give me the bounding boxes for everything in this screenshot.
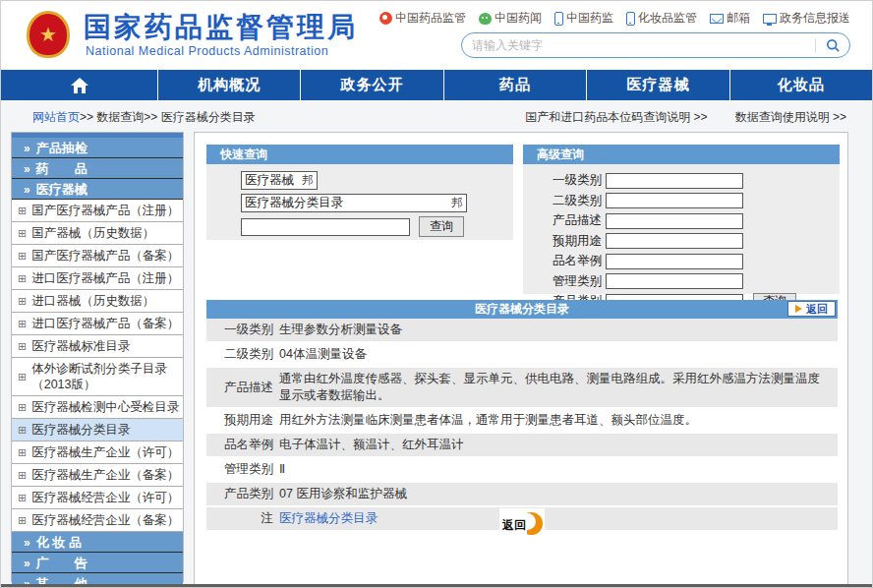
back-button-top-label: 返回 (806, 300, 828, 319)
sidebar-item-label: 进口医疗器械产品（备案） (31, 316, 179, 331)
field-input-产品描述[interactable] (606, 213, 743, 229)
sidebar-item-国产医疗器械产品（注册）[interactable]: ⊞国产医疗器械产品（注册） (12, 200, 183, 222)
quick-query-title: 快速查询 (206, 145, 513, 164)
sidebar-item-label: 国产医疗器械产品（备案） (31, 248, 179, 264)
detail-row-label: 产品描述 (206, 380, 277, 396)
page: ★ 国家药品监督管理局 National Medical Products Ad… (0, 0, 873, 588)
sidebar-section-广 告[interactable]: »广 告 (12, 553, 183, 573)
expand-plus-icon: ⊞ (18, 399, 27, 415)
quick-keyword-input[interactable] (241, 218, 410, 236)
field-input-一级类别[interactable] (606, 173, 743, 189)
site-header: ★ 国家药品监督管理局 National Medical Products Ad… (1, 1, 872, 70)
detail-row-value: 04体温测量设备 (277, 344, 838, 365)
header-link-化妆品监管[interactable]: 化妆品监管 (626, 10, 697, 27)
catalog-select-value: 医疗器械分类目录 (245, 195, 343, 211)
help-link[interactable]: 数据查询使用说明 >> (735, 109, 846, 126)
advanced-field-row: 产品描述 (523, 212, 840, 230)
advanced-query-title: 高级查询 (523, 145, 840, 164)
sidebar-item-进口医疗器械产品（注册）[interactable]: ⊞进口医疗器械产品（注册） (12, 267, 183, 290)
detail-row-label: 一级类别 (206, 322, 277, 338)
expand-plus-icon: ⊞ (18, 293, 27, 309)
sidebar-item-label: 体外诊断试剂分类子目录（2013版） (31, 361, 181, 392)
header-link-中国药监[interactable]: 中国药监 (554, 10, 613, 27)
sidebar-item-医疗器械生产企业（许可）[interactable]: ⊞医疗器械生产企业（许可） (12, 441, 183, 464)
sidebar-item-进口医疗器械产品（备案）[interactable]: ⊞进口医疗器械产品（备案） (12, 313, 183, 335)
header-link-label: 化妆品监管 (638, 10, 697, 27)
search-input[interactable] (462, 33, 815, 57)
header-link-中国药品监管[interactable]: 中国药品监管 (379, 10, 466, 27)
advanced-query-panel: 高级查询 一级类别二级类别产品描述预期用途品名举例管理类别产品类别查询 (523, 145, 840, 294)
detail-row: 一级类别生理参数分析测量设备 (206, 319, 838, 343)
expand-plus-icon: ⊞ (18, 338, 27, 354)
header-link-政务信息报送[interactable]: 政务信息报送 (763, 10, 850, 27)
detail-row: 品名举例电子体温计、额温计、红外耳温计 (206, 434, 838, 458)
field-input-管理类别[interactable] (606, 273, 743, 289)
catalog-select[interactable]: 医疗器械分类目录 邦 (241, 194, 467, 212)
nav-item-政务公开[interactable]: 政务公开 (301, 70, 443, 100)
sidebar-item-医疗器械经营企业（许可）[interactable]: ⊞医疗器械经营企业（许可） (12, 487, 183, 509)
advanced-field-row: 二级类别 (523, 192, 840, 209)
sidebar-item-医疗器械生产企业（备案）[interactable]: ⊞医疗器械生产企业（备案） (12, 464, 183, 487)
sidebar-section-label: 药 品 (36, 161, 87, 176)
sidebar-item-医疗器械标准目录[interactable]: ⊞医疗器械标准目录 (12, 335, 183, 358)
detail-row-label: 预期用途 (206, 412, 277, 429)
sidebar-section-医疗器械[interactable]: »医疗器械 (12, 179, 183, 200)
weibo-icon (379, 12, 392, 25)
sidebar-item-进口器械（历史数据）[interactable]: ⊞进口器械（历史数据） (12, 290, 183, 313)
field-input-品名举例[interactable] (606, 254, 743, 269)
header-link-邮箱[interactable]: 邮箱 (710, 10, 750, 27)
category-select[interactable]: 医疗器械 邦 (241, 171, 318, 190)
nav-home[interactable] (1, 70, 158, 100)
sidebar-section-产品抽检[interactable]: »产品抽检 (12, 138, 183, 158)
sidebar-item-label: 国产器械（历史数据） (31, 225, 154, 241)
detail-row-label: 品名举例 (206, 437, 277, 453)
sidebar-item-国产医疗器械产品（备案）[interactable]: ⊞国产医疗器械产品（备案） (12, 245, 183, 267)
field-input-预期用途[interactable] (606, 233, 743, 249)
detail-row-value: 用红外方法测量临床测量患者体温，通常用于测量患者耳道、额头部位温度。 (277, 410, 838, 431)
expand-plus-icon: ⊞ (18, 512, 27, 528)
sidebar-item-医疗器械检测中心受检目录[interactable]: ⊞医疗器械检测中心受检目录 (12, 396, 183, 419)
sidebar-item-医疗器械分类目录[interactable]: ⊞医疗器械分类目录 (12, 419, 183, 441)
sidebar-item-label: 医疗器械标准目录 (31, 338, 130, 354)
sidebar-item-label: 医疗器械分类目录 (31, 422, 130, 438)
breadcrumb-home-link[interactable]: 网站首页 (32, 110, 80, 124)
detail-row-value: 生理参数分析测量设备 (277, 320, 838, 340)
quick-query-panel: 快速查询 医疗器械 邦 医疗器械分类目录 邦 查询 (206, 145, 513, 240)
quick-search-button[interactable]: 查询 (419, 216, 464, 237)
header-link-中国药闻[interactable]: 中国药闻 (479, 10, 542, 27)
breadcrumb-separator: >> (144, 110, 157, 124)
sidebar: »产品抽检»药 品»医疗器械⊞国产医疗器械产品（注册）⊞国产器械（历史数据）⊞国… (11, 132, 184, 582)
back-button-top[interactable]: 返回 (787, 301, 836, 317)
header-quick-links: 中国药品监管中国药闻中国药监化妆品监管邮箱政务信息报送 (379, 10, 850, 27)
back-button-bottom[interactable]: 返回 (499, 508, 545, 540)
category-select-value: 医疗器械 (245, 172, 294, 189)
detail-row-label: 产品类别 (206, 486, 277, 502)
nav-item-医疗器械[interactable]: 医疗器械 (587, 70, 729, 100)
sidebar-section-药 品[interactable]: »药 品 (12, 158, 183, 179)
sidebar-item-医疗器械经营企业（备案）[interactable]: ⊞医疗器械经营企业（备案） (12, 509, 183, 532)
detail-row: 管理类别Ⅱ (206, 458, 838, 483)
chevron-right-icon: » (24, 557, 30, 570)
search-button[interactable] (816, 33, 849, 57)
phone-icon (554, 12, 563, 26)
help-link[interactable]: 国产和进口药品本位码查询说明 >> (525, 109, 707, 126)
sidebar-item-国产器械（历史数据）[interactable]: ⊞国产器械（历史数据） (12, 222, 183, 245)
nav-item-药品[interactable]: 药品 (444, 70, 587, 100)
sidebar-section-label: 广 告 (36, 556, 87, 570)
expand-plus-icon: ⊞ (18, 444, 27, 460)
breadcrumb-separator: >> (80, 110, 93, 124)
header-link-label: 中国药品监管 (395, 10, 466, 27)
expand-plus-icon: ⊞ (18, 490, 27, 505)
nav-item-机构概况[interactable]: 机构概况 (158, 70, 301, 100)
sidebar-section-label: 化 妆 品 (36, 535, 82, 550)
nav-item-化妆品[interactable]: 化妆品 (730, 70, 872, 100)
sidebar-section-化 妆 品[interactable]: »化 妆 品 (12, 532, 183, 553)
field-label-预期用途: 预期用途 (523, 233, 606, 250)
field-label-二级类别: 二级类别 (523, 193, 606, 209)
chevron-right-icon: » (24, 536, 30, 550)
field-input-二级类别[interactable] (606, 193, 743, 208)
sidebar-item-label: 医疗器械生产企业（备案） (31, 467, 179, 483)
sidebar-item-体外诊断试剂分类子目录（2013版）[interactable]: ⊞体外诊断试剂分类子目录（2013版） (12, 358, 183, 396)
chevron-right-icon: » (24, 142, 30, 155)
breadcrumb-item-data-query[interactable]: 数据查询 (96, 110, 144, 124)
